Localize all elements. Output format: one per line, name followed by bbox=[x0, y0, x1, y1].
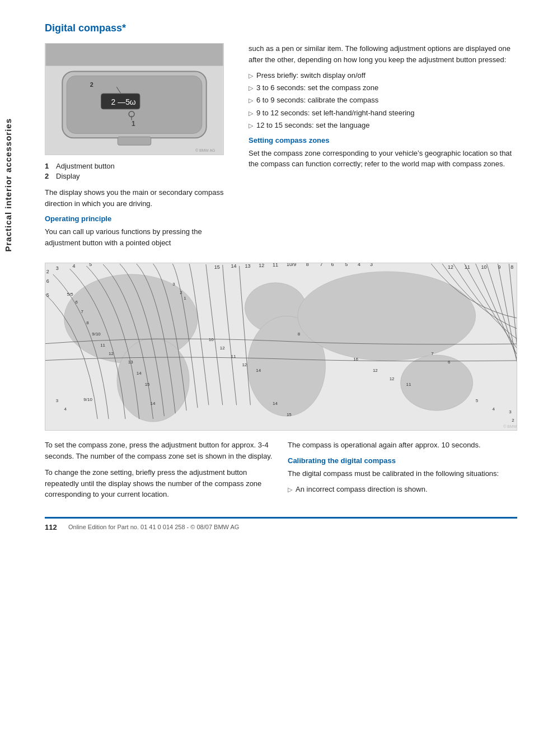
svg-text:7: 7 bbox=[81, 309, 83, 314]
zone-text-right: The compass is operational again after a… bbox=[288, 440, 517, 451]
top-section: 2 —5ω 1 2 © BMW AG bbox=[45, 43, 517, 254]
svg-text:2: 2 bbox=[90, 81, 93, 88]
svg-text:14: 14 bbox=[273, 401, 278, 406]
bullet-text-0: Press briefly: switch display on/off bbox=[256, 71, 366, 81]
left-column: 2 —5ω 1 2 © BMW AG bbox=[45, 43, 235, 254]
page-footer: 112 Online Edition for Part no. 01 41 0 … bbox=[45, 517, 517, 531]
bottom-right: The compass is operational again after a… bbox=[288, 440, 517, 506]
svg-text:13: 13 bbox=[245, 263, 250, 269]
calibrating-text: The digital compass must be calibrated i… bbox=[288, 468, 517, 479]
label-item-2: 2 Display bbox=[45, 172, 235, 180]
bullet-item-1: ▷ 3 to 6 seconds: set the compass zone bbox=[249, 83, 517, 93]
svg-text:3: 3 bbox=[172, 282, 175, 287]
svg-text:15: 15 bbox=[214, 264, 220, 270]
svg-rect-12 bbox=[118, 137, 151, 145]
svg-text:5: 5 bbox=[89, 263, 92, 267]
svg-text:2: 2 bbox=[180, 290, 182, 295]
svg-text:6: 6 bbox=[46, 278, 49, 284]
bullet-item-4: ▷ 12 to 15 seconds: set the language bbox=[249, 120, 517, 130]
svg-text:2: 2 bbox=[512, 418, 514, 423]
svg-text:5: 5 bbox=[476, 398, 479, 403]
svg-text:3: 3 bbox=[509, 409, 512, 414]
svg-text:8: 8 bbox=[306, 263, 309, 267]
side-tab-label: Practical interior accessories bbox=[3, 118, 13, 251]
svg-text:12: 12 bbox=[448, 264, 453, 270]
right-column: such as a pen or similar item. The follo… bbox=[249, 43, 517, 254]
svg-text:14: 14 bbox=[137, 371, 142, 376]
intro-text: The display shows you the main or second… bbox=[45, 187, 235, 209]
label-num-1: 1 bbox=[45, 162, 51, 170]
bullet-text-3: 9 to 12 seconds: set left-hand/right-han… bbox=[256, 108, 415, 118]
svg-text:14: 14 bbox=[231, 263, 237, 269]
svg-text:15: 15 bbox=[145, 382, 150, 387]
svg-text:6: 6 bbox=[75, 300, 78, 305]
arrow-icon-1: ▷ bbox=[249, 84, 253, 92]
label-item-1: 1 Adjustment button bbox=[45, 162, 235, 170]
svg-text:11: 11 bbox=[406, 382, 411, 387]
mirror-diagram: 2 —5ω 1 2 © BMW AG bbox=[45, 43, 224, 155]
svg-text:7: 7 bbox=[431, 351, 434, 356]
svg-text:12: 12 bbox=[259, 263, 264, 268]
bottom-left: To set the compass zone, press the adjus… bbox=[45, 440, 274, 506]
svg-text:8: 8 bbox=[298, 332, 301, 337]
svg-text:7: 7 bbox=[320, 263, 323, 267]
svg-text:5/5: 5/5 bbox=[67, 292, 74, 297]
svg-point-20 bbox=[401, 355, 473, 410]
bullet-item-3: ▷ 9 to 12 seconds: set left-hand/right-h… bbox=[249, 108, 517, 118]
svg-text:4: 4 bbox=[64, 407, 67, 412]
svg-text:1: 1 bbox=[132, 120, 135, 128]
svg-text:6: 6 bbox=[331, 263, 334, 267]
svg-rect-1 bbox=[46, 44, 223, 66]
operating-principle-text-left: You can call up various functions by pre… bbox=[45, 226, 235, 248]
svg-text:2: 2 bbox=[111, 97, 115, 106]
bullet-item-0: ▷ Press briefly: switch display on/off bbox=[249, 71, 517, 81]
svg-text:4: 4 bbox=[358, 263, 360, 267]
bullet-text-2: 6 to 9 seconds: calibrate the compass bbox=[256, 95, 378, 105]
arrow-icon-3: ▷ bbox=[249, 109, 253, 118]
operating-principle-heading: Operating principle bbox=[45, 214, 235, 223]
svg-text:8: 8 bbox=[510, 264, 513, 270]
svg-text:—5ω: —5ω bbox=[118, 97, 136, 106]
svg-text:10: 10 bbox=[481, 264, 487, 270]
svg-text:9/10: 9/10 bbox=[92, 332, 101, 337]
setting-zones-text: Set the compass zone corresponding to yo… bbox=[249, 148, 517, 170]
calibrating-bullet-0: ▷ An incorrect compass direction is show… bbox=[288, 484, 517, 494]
bullet-text-1: 3 to 6 seconds: set the compass zone bbox=[256, 83, 378, 93]
svg-text:8: 8 bbox=[86, 320, 89, 325]
operating-bullets: ▷ Press briefly: switch display on/off ▷… bbox=[249, 71, 517, 130]
svg-text:4: 4 bbox=[492, 407, 495, 412]
svg-text:5: 5 bbox=[46, 292, 49, 298]
label-list: 1 Adjustment button 2 Display bbox=[45, 162, 235, 180]
svg-text:11: 11 bbox=[273, 263, 278, 268]
bullet-item-2: ▷ 6 to 9 seconds: calibrate the compass bbox=[249, 95, 517, 105]
svg-text:4: 4 bbox=[73, 263, 76, 269]
svg-text:14: 14 bbox=[256, 368, 261, 373]
svg-text:16: 16 bbox=[353, 357, 358, 362]
svg-text:10: 10 bbox=[209, 337, 214, 342]
bottom-section: To set the compass zone, press the adjus… bbox=[45, 440, 517, 506]
svg-text:12: 12 bbox=[373, 368, 378, 373]
arrow-icon-2: ▷ bbox=[249, 96, 253, 105]
svg-text:9: 9 bbox=[498, 264, 500, 270]
world-map: 2 3 4 5 6 5 15 14 13 12 11 10/9 8 7 6 5 … bbox=[45, 263, 517, 431]
svg-text:11: 11 bbox=[231, 354, 236, 359]
setting-zones-heading: Setting compass zones bbox=[249, 136, 517, 144]
page-number: 112 bbox=[45, 523, 62, 531]
svg-point-19 bbox=[298, 272, 476, 361]
zone-text-left-2: To change the zone setting, briefly pres… bbox=[45, 467, 274, 500]
svg-text:9/10: 9/10 bbox=[83, 397, 92, 402]
main-content: Digital compass* 2 bbox=[28, 0, 534, 548]
footer-copyright: Online Edition for Part no. 01 41 0 014 … bbox=[68, 524, 239, 530]
svg-text:12: 12 bbox=[390, 376, 395, 381]
svg-text:11: 11 bbox=[100, 343, 105, 348]
svg-text:3: 3 bbox=[370, 263, 373, 267]
label-text-2: Display bbox=[56, 172, 80, 180]
svg-text:11: 11 bbox=[465, 264, 470, 270]
calibrating-heading: Calibrating the digital compass bbox=[288, 456, 517, 465]
svg-text:13: 13 bbox=[128, 360, 133, 365]
svg-text:14: 14 bbox=[151, 401, 156, 406]
svg-text:2: 2 bbox=[46, 269, 49, 274]
svg-text:© BMW AG: © BMW AG bbox=[503, 424, 517, 428]
svg-text:3: 3 bbox=[56, 265, 59, 271]
page-title: Digital compass* bbox=[45, 22, 517, 34]
